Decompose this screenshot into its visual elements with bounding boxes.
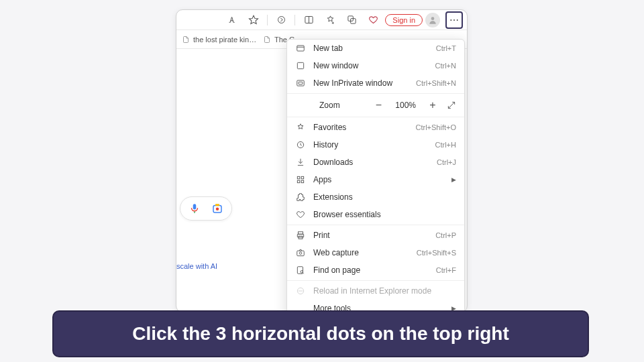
svg-rect-14 — [297, 176, 300, 179]
svg-rect-18 — [299, 232, 303, 235]
tab[interactable]: the lost pirate king... — [182, 36, 259, 44]
menu-shortcut: Ctrl+Shift+O — [415, 123, 456, 131]
menu-label: New tab — [313, 44, 429, 53]
menu-label: Browser essentials — [313, 210, 456, 219]
collections-add-icon[interactable] — [342, 11, 361, 29]
menu-web-capture[interactable]: Web capture Ctrl+Shift+S — [287, 244, 464, 261]
pulse-icon — [295, 209, 306, 220]
zoom-value: 100% — [395, 101, 416, 110]
inprivate-icon — [295, 78, 306, 88]
menu-history[interactable]: History Ctrl+H — [287, 136, 464, 154]
sign-in-button[interactable]: Sign in — [385, 14, 423, 26]
zoom-out-button[interactable]: − — [371, 99, 386, 111]
menu-label: Apps — [313, 175, 444, 184]
toolbar-divider — [267, 15, 268, 25]
svg-rect-15 — [301, 176, 304, 179]
menu-shortcut: Ctrl+H — [435, 141, 456, 149]
menu-label: Web capture — [313, 248, 409, 257]
fullscreen-icon[interactable] — [447, 101, 456, 110]
ai-link[interactable]: scale with AI — [176, 262, 217, 270]
settings-menu-button[interactable]: ⋯ — [445, 11, 463, 29]
split-screen-icon[interactable] — [299, 11, 318, 29]
menu-shortcut: Ctrl+N — [435, 62, 456, 70]
menu-shortcut: Ctrl+F — [436, 266, 456, 274]
menu-apps[interactable]: Apps ▶ — [287, 171, 464, 188]
svg-point-7 — [216, 208, 219, 211]
menu-shortcut: Ctrl+P — [435, 231, 456, 239]
menu-new-inprivate[interactable]: New InPrivate window Ctrl+Shift+N — [287, 74, 464, 92]
svg-point-0 — [278, 17, 284, 23]
menu-label: Reload in Internet Explorer mode — [313, 286, 456, 296]
menu-separator — [287, 93, 464, 94]
menu-shortcut: Ctrl+Shift+S — [417, 249, 456, 257]
new-tab-icon — [295, 43, 306, 54]
menu-favorites[interactable]: Favorites Ctrl+Shift+O — [287, 119, 464, 136]
three-dots-icon: ⋯ — [449, 15, 460, 25]
extensions-icon — [295, 192, 306, 202]
menu-shortcut: Ctrl+T — [436, 44, 456, 52]
svg-rect-17 — [301, 180, 304, 183]
menu-new-window[interactable]: New window Ctrl+N — [287, 57, 464, 74]
menu-label: Print — [313, 231, 428, 240]
menu-reload-ie: Reload in Internet Explorer mode — [287, 282, 464, 300]
heart-icon[interactable] — [364, 11, 382, 29]
history-icon — [295, 139, 306, 150]
menu-shortcut: Ctrl+J — [437, 158, 456, 166]
browser-toolbar: Sign in ⋯ — [176, 10, 467, 30]
svg-rect-5 — [193, 204, 197, 209]
svg-point-4 — [431, 17, 435, 20]
svg-rect-9 — [297, 46, 305, 51]
window-icon — [295, 60, 306, 71]
toolbar-divider — [294, 15, 295, 25]
menu-extensions[interactable]: Extensions — [287, 188, 464, 206]
read-aloud-icon[interactable] — [223, 11, 241, 29]
svg-rect-21 — [297, 251, 305, 256]
menu-label: History — [313, 140, 428, 149]
instruction-caption: Click the 3 horizontal dots on the top r… — [52, 310, 589, 357]
mic-icon[interactable] — [189, 202, 201, 215]
profile-avatar[interactable] — [425, 13, 440, 27]
collections-icon[interactable] — [272, 11, 290, 29]
browser-window: Sign in ⋯ the lost pirate king... The G … — [176, 9, 468, 312]
download-icon — [295, 157, 306, 168]
menu-label: Downloads — [313, 158, 429, 167]
menu-essentials[interactable]: Browser essentials — [287, 206, 464, 223]
menu-separator — [287, 280, 464, 281]
menu-print[interactable]: Print Ctrl+P — [287, 227, 464, 244]
menu-label: Favorites — [313, 123, 408, 132]
svg-rect-11 — [297, 80, 305, 86]
caption-text: Click the 3 horizontal dots on the top r… — [132, 323, 509, 345]
menu-find[interactable]: Find on page Ctrl+F — [287, 261, 464, 279]
page-icon — [263, 36, 271, 44]
menu-new-tab[interactable]: New tab Ctrl+T — [287, 40, 464, 57]
tab-label: the lost pirate king... — [193, 36, 259, 44]
lens-icon[interactable] — [211, 202, 223, 215]
sign-in-label: Sign in — [392, 16, 415, 24]
svg-point-24 — [301, 271, 303, 274]
menu-zoom: Zoom − 100% + — [287, 95, 464, 115]
menu-separator — [287, 117, 464, 117]
menu-downloads[interactable]: Downloads Ctrl+J — [287, 154, 464, 171]
ie-icon — [295, 286, 306, 296]
camera-icon — [295, 247, 306, 258]
menu-shortcut: Ctrl+Shift+N — [416, 79, 456, 87]
svg-rect-12 — [299, 82, 303, 84]
search-box[interactable] — [180, 196, 232, 221]
zoom-in-button[interactable]: + — [425, 99, 440, 111]
print-icon — [295, 230, 306, 241]
menu-label: Find on page — [313, 265, 429, 275]
settings-menu: New tab Ctrl+T New window Ctrl+N New InP… — [286, 39, 465, 312]
svg-rect-16 — [297, 180, 300, 183]
zoom-label: Zoom — [313, 101, 364, 110]
apps-icon — [295, 174, 306, 185]
favorites-icon — [295, 122, 306, 133]
svg-rect-10 — [297, 62, 303, 68]
menu-label: New InPrivate window — [313, 78, 409, 88]
submenu-arrow-icon: ▶ — [451, 176, 456, 183]
favorites-star-icon[interactable] — [321, 11, 339, 29]
search-icon — [295, 265, 306, 276]
menu-label: Extensions — [313, 192, 456, 202]
favorite-icon[interactable] — [244, 11, 263, 29]
menu-separator — [287, 225, 464, 225]
svg-rect-8 — [215, 204, 219, 206]
